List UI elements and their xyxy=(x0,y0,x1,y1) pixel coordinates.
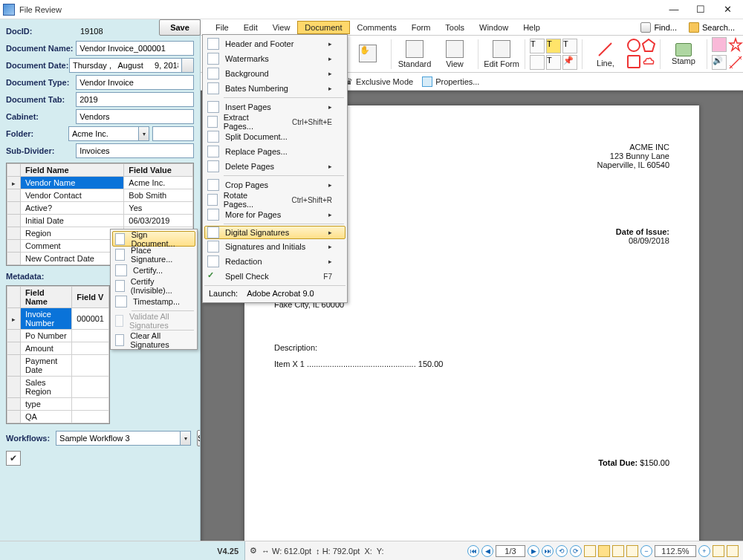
cabinet-input[interactable] xyxy=(76,109,194,124)
doctype-input[interactable] xyxy=(76,75,194,90)
nav-prev-button[interactable]: ◀ xyxy=(481,545,493,557)
menu-help[interactable]: Help xyxy=(516,21,548,34)
table-row[interactable]: Invoice Number000001 xyxy=(7,308,109,330)
nav-next-button[interactable]: ▶ xyxy=(528,545,539,557)
menu-file[interactable]: File xyxy=(208,21,236,34)
menu-document[interactable]: Document xyxy=(297,21,349,34)
menu-view[interactable]: View xyxy=(265,21,298,34)
line-tool-button[interactable]: Line, xyxy=(587,37,624,71)
submenu-clear-all[interactable]: Clear All Signatures xyxy=(112,332,195,348)
folder-select[interactable] xyxy=(68,126,139,141)
menu-spellcheck[interactable]: ✓Spell CheckF7 xyxy=(204,269,345,284)
close-button[interactable]: ✕ xyxy=(715,2,740,17)
fit-page-button[interactable] xyxy=(713,545,724,557)
layout-facing-button[interactable] xyxy=(612,545,624,557)
menu-tools[interactable]: Tools xyxy=(438,21,472,34)
underline-icon[interactable]: T xyxy=(546,55,561,70)
zoom-value[interactable]: 112.5% xyxy=(655,545,696,557)
doctab-input[interactable] xyxy=(76,92,194,107)
star-icon[interactable] xyxy=(728,37,743,53)
table-row[interactable]: Vendor NameAcme Inc. xyxy=(7,177,193,189)
folder-extra-input[interactable] xyxy=(152,126,194,141)
menu-redaction[interactable]: Redaction▸ xyxy=(204,254,345,269)
workflow-dropdown-button[interactable]: ▾ xyxy=(181,431,191,446)
maximize-button[interactable]: ☐ xyxy=(688,2,713,17)
page-indicator[interactable]: 1/3 xyxy=(496,545,525,557)
measure-icon[interactable] xyxy=(728,55,743,71)
menu-background[interactable]: Background▸ xyxy=(204,66,345,81)
subdiv-input[interactable] xyxy=(76,143,194,158)
docname-input[interactable] xyxy=(76,41,194,56)
sound-icon[interactable]: 🔊 xyxy=(712,55,727,70)
table-row[interactable]: type xyxy=(7,398,109,411)
menu-replace-pages[interactable]: Replace Pages... xyxy=(204,144,345,159)
submenu-sign-document[interactable]: Sign Document... xyxy=(112,231,195,247)
textbox-icon[interactable] xyxy=(530,55,545,70)
docdate-input[interactable] xyxy=(69,58,182,73)
checkbox[interactable]: ✔ xyxy=(6,451,21,466)
table-row[interactable]: Payment Date xyxy=(7,355,109,377)
strike-icon[interactable]: T xyxy=(562,39,577,53)
menu-crop-pages[interactable]: Crop Pages▸ xyxy=(204,178,345,192)
view-button[interactable]: View xyxy=(436,37,473,71)
menu-more-pages[interactable]: More for Pages▸ xyxy=(204,207,345,222)
submenu-place-signature[interactable]: Place Signature... xyxy=(112,247,195,262)
pin-icon[interactable]: 📌 xyxy=(562,55,577,70)
menu-split-document[interactable]: Split Document... xyxy=(204,129,345,144)
menu-launch[interactable]: Launch:Adobe Acrobat 9.0 xyxy=(204,285,345,301)
menu-extract-pages[interactable]: Extract Pages...Ctrl+Shift+E xyxy=(204,114,345,129)
menu-rotate-pages[interactable]: Rotate Pages...Ctrl+Shift+R xyxy=(204,192,345,207)
submenu-timestamp[interactable]: Timestamp... xyxy=(112,293,195,309)
table-row[interactable]: QA xyxy=(7,411,109,423)
search-button[interactable]: Search... xyxy=(684,20,740,35)
nav-fwd-button[interactable]: ⟳ xyxy=(570,545,582,557)
eraser-icon[interactable] xyxy=(712,37,727,52)
menu-comments[interactable]: Comments xyxy=(350,21,404,34)
save-button[interactable]: Save xyxy=(159,19,201,36)
editform-button[interactable]: Edit Form xyxy=(483,37,520,71)
layout-single-button[interactable] xyxy=(584,545,596,557)
workflow-select[interactable] xyxy=(56,431,181,446)
standard-button[interactable]: Standard xyxy=(396,37,433,71)
menu-delete-pages[interactable]: Delete Pages▸ xyxy=(204,159,345,174)
zoom-out-button[interactable]: − xyxy=(640,545,652,557)
folder-dropdown-button[interactable]: ▾ xyxy=(139,126,149,141)
cloud-icon[interactable] xyxy=(642,55,655,70)
text-icon[interactable]: T xyxy=(530,39,545,53)
properties-button[interactable]: Properties... xyxy=(418,75,484,88)
stamp-button[interactable]: Stamp xyxy=(665,37,702,71)
menu-window[interactable]: Window xyxy=(472,21,516,34)
menu-watermarks[interactable]: Watermarks▸ xyxy=(204,51,345,66)
minimize-button[interactable]: — xyxy=(661,2,687,17)
nav-first-button[interactable]: ⏮ xyxy=(467,545,479,557)
table-row[interactable]: Active?Yes xyxy=(7,202,193,215)
menu-form[interactable]: Form xyxy=(404,21,438,34)
table-row[interactable]: Amount xyxy=(7,342,109,355)
fit-width-button[interactable] xyxy=(727,545,739,557)
menu-bates[interactable]: Bates Numbering▸ xyxy=(204,81,345,96)
menu-header-footer[interactable]: Header and Footer▸ xyxy=(204,36,345,51)
hand-tool-button[interactable]: ✋ xyxy=(349,37,386,71)
layout-facing-cont-button[interactable] xyxy=(626,545,638,557)
menu-digital-signatures[interactable]: Digital Signatures▸ xyxy=(204,226,345,239)
nav-back-button[interactable]: ⟲ xyxy=(556,545,568,557)
table-row[interactable]: Po Number xyxy=(7,330,109,342)
pentagon-icon[interactable] xyxy=(642,39,655,53)
menu-edit[interactable]: Edit xyxy=(236,21,265,34)
oval-icon[interactable] xyxy=(627,39,640,52)
submenu-certify-invisible[interactable]: Certify (Invisible)... xyxy=(112,278,195,293)
date-picker-button[interactable] xyxy=(182,58,194,73)
table-row[interactable]: Vendor ContactBob Smith xyxy=(7,189,193,202)
zoom-in-button[interactable]: + xyxy=(698,545,710,557)
table-row[interactable]: Initial Date06/03/2019 xyxy=(7,215,193,227)
highlight-icon[interactable]: T xyxy=(546,39,561,53)
menu-signatures-initials[interactable]: Signatures and Initials▸ xyxy=(204,239,345,254)
rect-icon[interactable] xyxy=(627,55,640,68)
menu-insert-pages[interactable]: Insert Pages▸ xyxy=(204,100,345,114)
nav-last-button[interactable]: ⏭ xyxy=(542,545,554,557)
find-button[interactable]: Find... xyxy=(635,20,682,35)
table-row[interactable]: Sales Region xyxy=(7,377,109,398)
gear-icon[interactable]: ⚙ xyxy=(250,546,257,556)
submenu-certify[interactable]: Certify... xyxy=(112,262,195,278)
layout-continuous-button[interactable] xyxy=(598,545,610,557)
